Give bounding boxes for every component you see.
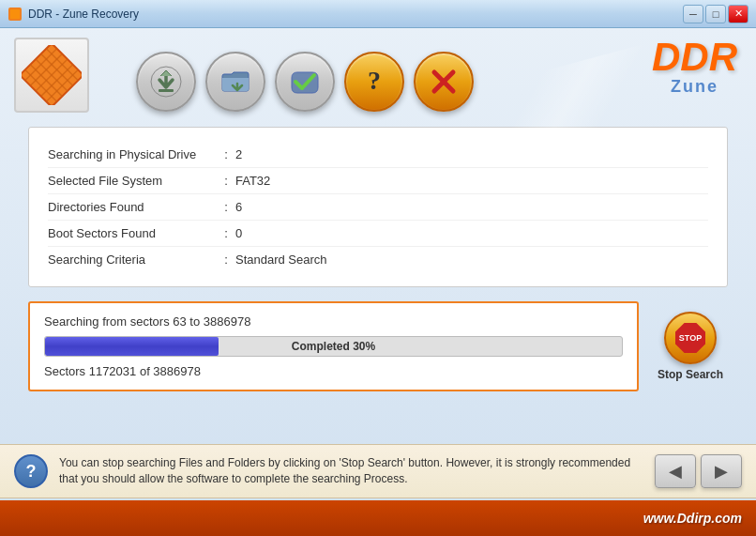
svg-rect-14 — [159, 89, 174, 92]
titlebar-title: DDR - Zune Recovery — [28, 8, 139, 21]
info-row-boot: Boot Sectors Found : 0 — [48, 221, 708, 247]
nav-buttons: ◀ ▶ — [655, 454, 742, 488]
back-icon: ◀ — [669, 461, 682, 482]
search-area: Searching from sectors 63 to 3886978 Com… — [28, 301, 728, 391]
bottom-bar: ? You can stop searching Files and Folde… — [0, 444, 756, 498]
footer: www.Ddirp.com — [0, 500, 756, 536]
progress-bar-container: Completed 30% — [44, 336, 623, 357]
info-value-boot: 0 — [235, 226, 242, 240]
download-icon — [149, 65, 183, 99]
close-button[interactable]: ✕ — [728, 5, 748, 23]
titlebar-left: DDR - Zune Recovery — [8, 7, 139, 22]
sectors-range-text: Searching from sectors 63 to 3886978 — [44, 314, 623, 329]
header: ? DDR Zune — [0, 28, 756, 117]
minimize-button[interactable]: ─ — [683, 5, 703, 23]
info-row-dirs: Directories Found : 6 — [48, 194, 708, 221]
content: Searching in Physical Drive : 2 Selected… — [0, 117, 756, 415]
info-icon: ? — [14, 454, 48, 488]
progress-bar-fill — [45, 337, 219, 356]
check-icon — [288, 65, 322, 99]
progress-percent-text: Completed 30% — [292, 340, 375, 353]
toolbar-btn-help[interactable]: ? — [344, 52, 404, 112]
forward-icon: ▶ — [715, 461, 728, 482]
app-icon — [8, 7, 23, 22]
forward-button[interactable]: ▶ — [701, 454, 742, 488]
sectors-count-text: Sectors 1172031 of 3886978 — [44, 364, 623, 378]
info-label-drive: Searching in Physical Drive — [48, 147, 217, 161]
info-colon-dirs: : — [217, 200, 235, 214]
toolbar: ? — [117, 38, 742, 112]
info-panel: Searching in Physical Drive : 2 Selected… — [28, 127, 728, 287]
maximize-button[interactable]: □ — [705, 5, 726, 23]
svg-rect-1 — [10, 9, 20, 19]
bottom-info-text: You can stop searching Files and Folders… — [59, 455, 643, 487]
info-label-dirs: Directories Found — [48, 200, 217, 214]
stop-label: Stop Search — [658, 368, 723, 381]
info-colon-fs: : — [217, 174, 235, 188]
info-row-drive: Searching in Physical Drive : 2 — [48, 142, 708, 168]
toolbar-btn-1[interactable] — [136, 52, 196, 112]
logo-diamond-icon — [22, 45, 82, 105]
zune-text: Zune — [652, 77, 737, 97]
titlebar-buttons: ─ □ ✕ — [683, 5, 748, 23]
main-window: ? DDR Zune Searching in Physical Drive : — [0, 28, 756, 536]
toolbar-btn-2[interactable] — [205, 52, 265, 112]
info-row-fs: Selected File System : FAT32 — [48, 168, 708, 194]
logo-container — [14, 38, 89, 113]
ddr-text: DDR — [652, 38, 737, 77]
info-label-fs: Selected File System — [48, 174, 217, 188]
stop-circle: STOP — [664, 312, 717, 364]
info-value-criteria: Standard Search — [235, 253, 327, 267]
back-button[interactable]: ◀ — [655, 454, 696, 488]
info-colon-boot: : — [217, 226, 235, 240]
help-icon: ? — [357, 65, 391, 99]
stop-search-button[interactable]: STOP Stop Search — [653, 301, 728, 391]
toolbar-btn-close[interactable] — [414, 52, 474, 112]
titlebar: DDR - Zune Recovery ─ □ ✕ — [0, 0, 756, 28]
info-label-criteria: Searching Criteria — [48, 253, 217, 267]
toolbar-btn-3[interactable] — [275, 52, 335, 112]
info-value-drive: 2 — [235, 147, 242, 161]
info-value-dirs: 6 — [235, 200, 242, 214]
info-row-criteria: Searching Criteria : Standard Search — [48, 247, 708, 272]
stop-octagon: STOP — [675, 323, 705, 353]
ddr-logo: DDR Zune — [652, 38, 737, 97]
x-icon — [427, 65, 461, 99]
info-colon-criteria: : — [217, 253, 235, 267]
footer-url: www.Ddirp.com — [643, 511, 742, 526]
info-label-boot: Boot Sectors Found — [48, 226, 217, 240]
svg-text:?: ? — [368, 66, 381, 95]
folder-icon — [219, 65, 252, 99]
stop-word: STOP — [679, 333, 702, 343]
info-colon-drive: : — [217, 147, 235, 161]
progress-panel: Searching from sectors 63 to 3886978 Com… — [28, 301, 639, 391]
info-value-fs: FAT32 — [235, 174, 270, 188]
